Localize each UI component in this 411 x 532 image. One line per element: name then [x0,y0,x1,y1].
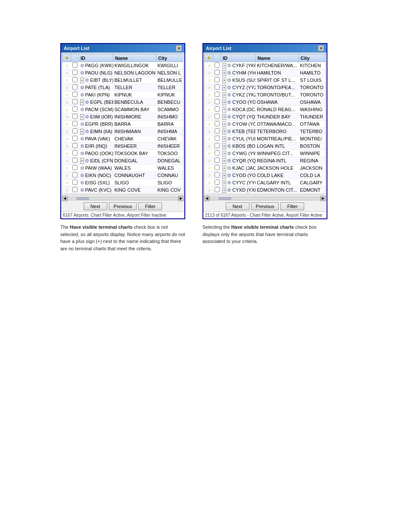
checkbox-cell[interactable] [71,187,79,194]
checkbox-cell[interactable] [71,165,79,172]
checkbox-cell[interactable] [213,77,221,84]
star-cell[interactable]: ☆ [63,187,71,194]
plus-icon[interactable]: + [222,92,227,98]
checkbox-cell[interactable] [213,121,221,128]
checkbox-cell[interactable] [213,179,221,187]
plus-icon[interactable]: + [222,158,227,164]
checkbox-cell[interactable] [213,128,221,135]
star-cell[interactable]: ☆ [205,113,213,121]
star-cell[interactable]: ☆ [205,128,213,135]
star-cell[interactable]: ☆ [205,143,213,150]
star-cell[interactable]: ☆ [205,150,213,157]
checkbox-cell[interactable] [71,69,79,77]
checkbox-cell[interactable] [213,84,221,91]
star-cell[interactable]: ☆ [205,91,213,99]
star-cell[interactable]: ☆ [63,69,71,77]
star-cell[interactable]: ☆ [205,62,213,69]
star-cell[interactable]: ☆ [205,106,213,113]
right-scrollbar-track[interactable] [209,197,321,200]
star-cell[interactable]: ☆ [63,121,71,128]
plus-icon[interactable]: + [222,173,227,178]
star-cell[interactable]: ☆ [205,69,213,77]
plus-icon[interactable]: + [222,129,227,134]
plus-icon[interactable]: + [222,85,227,90]
star-cell[interactable]: ☆ [63,150,71,157]
checkbox-cell[interactable] [213,113,221,121]
plus-icon[interactable]: + [222,187,227,193]
star-cell[interactable]: ☆ [205,99,213,106]
checkbox-cell[interactable] [213,157,221,165]
plus-icon[interactable]: + [222,151,227,156]
checkbox-cell[interactable] [213,99,221,106]
star-cell[interactable]: ☆ [63,106,71,113]
checkbox-cell[interactable] [71,121,79,128]
star-cell[interactable]: ☆ [205,121,213,128]
star-cell[interactable]: ☆ [63,113,71,121]
star-cell[interactable]: ☆ [63,179,71,187]
checkbox-cell[interactable] [71,113,79,121]
left-close-button[interactable]: ✕ [176,45,182,51]
right-previous-button[interactable]: Previous [251,202,279,210]
star-cell[interactable]: ☆ [63,99,71,106]
plus-icon[interactable]: + [222,114,227,120]
checkbox-cell[interactable] [71,99,79,106]
right-scrollbar[interactable]: ◀ ▶ [203,195,327,201]
checkbox-cell[interactable] [71,77,79,84]
checkbox-cell[interactable] [213,135,221,143]
star-cell[interactable]: ☆ [63,84,71,91]
plus-icon[interactable]: + [222,180,227,186]
checkbox-cell[interactable] [213,69,221,77]
star-cell[interactable]: ☆ [205,187,213,194]
plus-icon[interactable]: + [222,165,227,171]
plus-icon[interactable]: + [80,100,84,105]
star-cell[interactable]: ☆ [205,135,213,143]
left-filter-button[interactable]: Filter [138,202,162,210]
right-close-button[interactable]: ✕ [318,45,324,51]
checkbox-cell[interactable] [71,157,79,165]
star-cell[interactable]: ☆ [63,62,71,69]
plus-icon[interactable]: + [222,107,227,112]
left-scrollbar[interactable]: ◀ ▶ [61,195,184,201]
star-cell[interactable]: ☆ [63,172,71,179]
checkbox-cell[interactable] [71,179,79,187]
checkbox-cell[interactable] [213,150,221,157]
checkbox-cell[interactable] [213,187,221,194]
plus-icon[interactable]: + [222,63,227,68]
checkbox-cell[interactable] [213,62,221,69]
star-cell[interactable]: ☆ [63,165,71,172]
plus-icon[interactable]: + [80,158,84,164]
checkbox-cell[interactable] [71,143,79,150]
left-next-button[interactable]: Next [84,202,107,210]
checkbox-cell[interactable] [71,150,79,157]
checkbox-cell[interactable] [213,165,221,172]
checkbox-cell[interactable] [213,91,221,99]
plus-icon[interactable]: + [80,78,84,83]
star-cell[interactable]: ☆ [63,91,71,99]
checkbox-cell[interactable] [71,62,79,69]
right-filter-button[interactable]: Filter [280,202,304,210]
checkbox-cell[interactable] [213,143,221,150]
plus-icon[interactable]: + [222,78,227,83]
star-cell[interactable]: ☆ [63,157,71,165]
checkbox-cell[interactable] [71,84,79,91]
star-cell[interactable]: ☆ [205,165,213,172]
left-scroll-left[interactable]: ◀ [62,196,67,201]
star-cell[interactable]: ☆ [205,84,213,91]
left-scroll-right[interactable]: ▶ [178,196,184,201]
star-cell[interactable]: ☆ [205,172,213,179]
left-previous-button[interactable]: Previous [109,202,137,210]
checkbox-cell[interactable] [71,172,79,179]
star-cell[interactable]: ☆ [63,77,71,84]
star-cell[interactable]: ☆ [205,179,213,187]
plus-icon[interactable]: + [80,129,84,134]
plus-icon[interactable]: + [222,100,227,105]
checkbox-cell[interactable] [71,135,79,143]
star-cell[interactable]: ☆ [205,157,213,165]
star-cell[interactable]: ☆ [63,128,71,135]
checkbox-cell[interactable] [71,91,79,99]
checkbox-cell[interactable] [71,106,79,113]
right-scroll-right[interactable]: ▶ [321,196,326,201]
right-scroll-left[interactable]: ◀ [204,196,209,201]
star-cell[interactable]: ☆ [63,143,71,150]
right-next-button[interactable]: Next [226,202,249,210]
